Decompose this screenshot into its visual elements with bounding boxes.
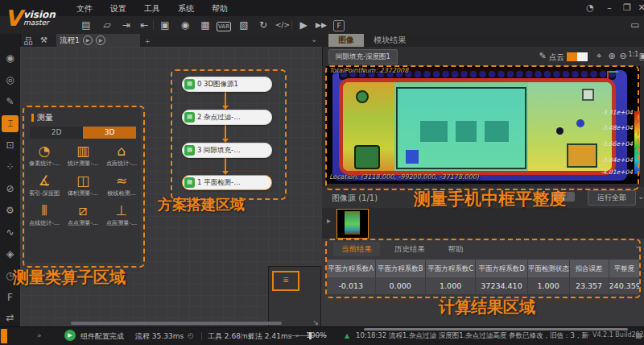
script-icon[interactable]: </> [275,19,290,31]
thumb-expand-icon[interactable]: ▸ [327,216,331,225]
save-icon[interactable]: ▤ [79,19,93,31]
add-flow-icon[interactable]: ＋ [143,35,151,47]
strip-locate-icon[interactable]: ◎ [2,72,19,89]
menu-help[interactable]: 帮助 [212,3,228,15]
toolbar-separator [153,20,154,30]
run-flow-continuous-icon[interactable]: ▶ [96,35,105,45]
run-continuous-icon[interactable]: ▶▶ [314,19,328,31]
operator-stat-measure[interactable]: ▥统计测量-… [64,142,102,168]
collapsed-panel-tab[interactable] [1,329,7,343]
flow-node-noise-filter[interactable]: ▤ 2 杂点过滤-… [182,110,272,125]
status-expand-icon[interactable]: » [37,331,42,339]
box-icon: ◫ [64,172,102,189]
strip-position-icon[interactable]: ⊡ [2,137,19,154]
header-coefC: 平面方程系数C [426,260,476,277]
pointcloud-color-swatch-white[interactable] [577,52,588,61]
fit-view-icon[interactable]: ⌖ [592,51,605,61]
restore-icon[interactable]: ❐ [620,2,634,13]
tab-2d[interactable]: 2D [30,127,83,139]
tab-flow1[interactable]: 流程1 ▶ ▶ [56,34,140,47]
monitor-icon[interactable]: ◔ [583,2,597,13]
close-icon[interactable]: ✕ [634,2,644,13]
menu-system[interactable]: 系统 [178,3,194,15]
depth-image-viewer[interactable]: TotalPointNum: 2372008 Location: (3118.0… [326,66,640,184]
strip-camera-icon[interactable]: ◉ [2,50,19,67]
results-hscrollbar[interactable] [364,328,628,330]
minimap[interactable]: ≣ ↘ [268,266,321,327]
status-grid-icon[interactable]: ▦ [635,331,642,339]
operator-volume-measure[interactable]: ◫体积测量-… [64,172,102,197]
pointcloud-color-swatch-orange[interactable] [567,52,577,61]
scale-label: -4.01e+04 [601,168,633,176]
capture-icon[interactable]: ▣ [637,51,644,61]
camera-icon[interactable]: ◉ [178,19,192,31]
tabrow-chevron-icon[interactable]: ⌄ [311,35,317,44]
flow-node-gap-fill[interactable]: ▤ 3 间隙填充-… [182,143,272,158]
import-icon[interactable]: ⇥ [119,19,134,31]
run-all-button[interactable]: 运行全部 [588,190,636,206]
strip-comm-icon[interactable]: ⇄ [2,310,19,326]
operator-edge-detect[interactable]: ≈棱线检测… [102,172,141,197]
canvas-hscrollbar[interactable] [71,322,282,325]
results-table-row[interactable]: -0.013 0.000 1.000 37234.410 1.000 23.35… [327,277,640,294]
operator-pixel-stat[interactable]: ◔像素统计-… [25,142,64,168]
operator-pointpoint-measure[interactable]: ⧄点点测量-… [64,202,102,227]
export-icon[interactable]: ⇤ [137,19,151,31]
strip-tag-icon[interactable]: ◈ [2,246,19,263]
flow-node-image-source[interactable]: ▤ 0 3D图像源1 [182,77,272,92]
strip-formula-icon[interactable]: F [2,289,19,306]
resize-handle-icon[interactable]: ↘ [312,318,319,326]
window-layout-icon[interactable]: ▣ [158,19,172,31]
wrench-icon[interactable]: ⚒ [40,35,47,44]
operator-index-depth[interactable]: ∡索引-深度图 [25,172,64,197]
operator-pointplane-stat[interactable]: ⌂点面统计-… [102,142,141,168]
pencil-icon[interactable]: ✎ [536,51,549,61]
tab-module-result[interactable]: 模块结果 [367,34,412,47]
formula-icon[interactable]: F [333,20,345,31]
results-chevron-icon[interactable]: ⌄ [634,241,641,250]
operator-pointline-stat[interactable]: ⫴点线统计-… [25,202,64,227]
minimize-icon[interactable]: – [602,2,617,13]
log-up-triangle-icon[interactable]: ▲ [345,332,349,339]
menu-settings[interactable]: 设置 [110,3,126,15]
run-flow-icon[interactable]: ▶ [83,35,93,45]
line-icon: ⧄ [64,202,102,219]
menu-tools[interactable]: 工具 [144,3,160,15]
run-once-icon[interactable]: ▶ [296,19,311,31]
flow-tree-icon[interactable]: 品 [24,35,33,48]
value-coefC: 1.000 [426,277,476,294]
magnifier-icon[interactable]: ⌕ [295,331,299,340]
annotation-scheme-area: 方案搭建区域 [158,195,245,214]
tab-current-result[interactable]: 当前结果 [333,242,380,256]
folder-icon[interactable]: ▭ [628,19,642,31]
source-row-chevron-icon[interactable]: ⌄ [638,192,644,201]
toolbar-separator [291,20,292,30]
flow-node-plane-detect[interactable]: ▤ 1 平面检测-… [182,175,272,190]
tab-image[interactable]: 图像 [328,34,364,47]
status-play-glyph: ▶ [68,332,72,339]
menu-file[interactable]: 文件 [76,3,93,15]
operator-pointplane-measure[interactable]: ⊥点面测量-… [102,202,141,227]
strip-pointcloud-icon[interactable]: ⁘ [2,159,19,176]
module-grid-icon[interactable]: ▦ [198,19,213,31]
building-icon: ⌂ [102,142,141,160]
tab-help[interactable]: 帮助 [441,242,470,256]
strip-chart-icon[interactable]: ∿ [2,224,19,241]
open-icon[interactable]: ▱ [100,19,114,31]
strip-image-edit-icon[interactable]: ✎ [2,94,19,110]
header-coefB: 平面方程系数B [376,260,426,277]
refresh-icon[interactable]: ↻ [256,19,270,31]
strip-image-proc-icon[interactable]: ⚙ [2,202,19,219]
variable-icon[interactable]: VAR [217,19,231,31]
thumbnail-selected[interactable] [336,209,369,239]
depth-color-scale [634,111,640,174]
tab-3d[interactable]: 3D [83,127,136,139]
tab-history-result[interactable]: 历史结果 [386,242,433,256]
image-source-label: 图像源 (1/1) [332,193,378,204]
node-label: 3 间隙填充-… [197,146,241,156]
strip-filter-icon[interactable]: ⊘ [2,181,19,197]
strip-measure-icon[interactable]: ⌶ [2,115,19,132]
minimap-viewport[interactable]: ≣ [272,271,299,291]
display-source-select[interactable]: 间隙填充-深度图1 [328,49,398,64]
image-icon[interactable]: ▧ [237,19,251,31]
